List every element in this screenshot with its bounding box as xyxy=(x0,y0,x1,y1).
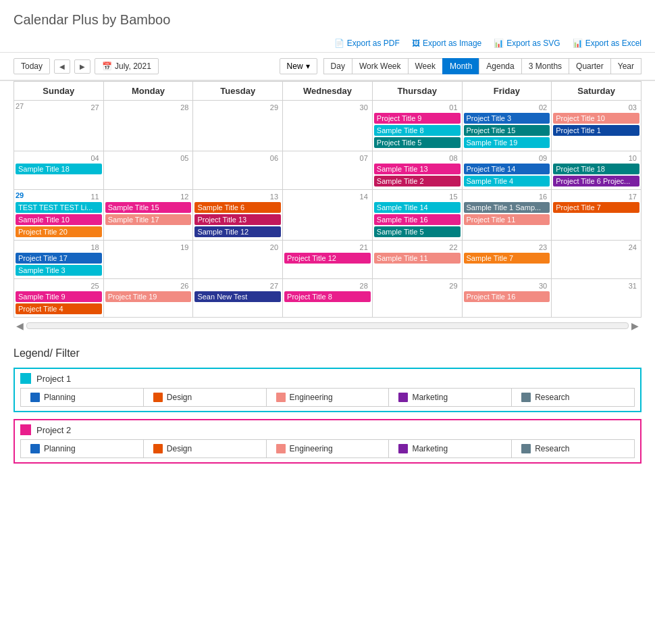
calendar-table: Sunday Monday Tuesday Wednesday Thursday… xyxy=(14,81,641,318)
calendar-event[interactable]: Sample Title 1 Samp... xyxy=(464,202,550,213)
calendar-event[interactable]: Sample Title 16 xyxy=(374,214,461,225)
calendar-event[interactable]: Project Title 3 xyxy=(464,113,550,124)
calendar-event[interactable]: Sample Title 17 xyxy=(105,214,192,225)
calendar-event[interactable]: Sample Title 14 xyxy=(374,202,461,213)
scroll-left-button[interactable]: ◀ xyxy=(14,320,26,331)
export-excel-button[interactable]: 📊 Export as Excel xyxy=(573,39,641,48)
calendar-event[interactable]: Sample Title 18 xyxy=(16,164,102,174)
calendar-event[interactable]: Sample Title 5 xyxy=(374,226,461,237)
legend-category-research[interactable]: Research xyxy=(512,440,634,457)
view-tab-year[interactable]: Year xyxy=(610,58,641,74)
calendar-event[interactable]: Project Title 7 xyxy=(553,202,639,213)
calendar-event[interactable]: Project Title 15 xyxy=(464,125,550,136)
col-header-sunday: Sunday xyxy=(14,82,104,101)
legend-category-design[interactable]: Design xyxy=(144,389,267,406)
calendar-icon: 📅 xyxy=(102,61,112,71)
day-number: 31 xyxy=(626,280,639,291)
day-number: 28 xyxy=(178,102,191,113)
calendar-event[interactable]: Sample Title 6 xyxy=(194,202,281,213)
legend-category-engineering[interactable]: Engineering xyxy=(267,389,390,406)
view-tab-day[interactable]: Day xyxy=(323,58,352,74)
col-header-thursday: Thursday xyxy=(372,82,462,101)
calendar-event[interactable]: Project Title 17 xyxy=(16,253,102,264)
view-tab-agenda[interactable]: Agenda xyxy=(479,58,521,74)
calendar-event[interactable]: Sample Title 19 xyxy=(464,137,550,148)
export-image-button[interactable]: 🖼 Export as Image xyxy=(412,39,481,48)
legend-category-engineering[interactable]: Engineering xyxy=(267,440,390,457)
calendar-event[interactable]: Sean New Test xyxy=(194,291,281,302)
calendar-event[interactable]: Project Title 1 xyxy=(553,125,639,136)
calendar-event[interactable]: Project Title 19 xyxy=(105,291,192,302)
calendar-event[interactable]: Sample Title 15 xyxy=(105,202,192,213)
dropdown-arrow-icon: ▾ xyxy=(306,61,310,71)
calendar-event[interactable]: Project Title 16 xyxy=(464,291,550,302)
calendar-event[interactable]: Sample Title 2 xyxy=(374,176,461,187)
calendar-event[interactable]: Sample Title 9 xyxy=(16,291,102,302)
view-tab-quarter[interactable]: Quarter xyxy=(569,58,611,74)
view-tab-week[interactable]: Week xyxy=(408,58,443,74)
day-number: 18 xyxy=(88,242,101,253)
day-number: 04 xyxy=(88,153,101,164)
legend-project-label: Project 2 xyxy=(36,425,71,435)
prev-button[interactable]: ◀ xyxy=(54,59,70,74)
today-button[interactable]: Today xyxy=(14,58,50,74)
day-number: 11 xyxy=(88,191,101,202)
calendar-day-cell: 08Sample Title 13Sample Title 2 xyxy=(372,151,462,190)
calendar-day-cell: 30 xyxy=(283,101,373,151)
calendar-event[interactable]: Project Title 13 xyxy=(194,214,281,225)
calendar-event[interactable]: Project Title 4 xyxy=(16,303,102,314)
scroll-right-button[interactable]: ▶ xyxy=(629,320,641,331)
calendar-event[interactable]: Sample Title 10 xyxy=(16,214,102,225)
day-number: 14 xyxy=(357,191,371,202)
legend-category-marketing[interactable]: Marketing xyxy=(389,389,512,406)
export-svg-button[interactable]: 📊 Export as SVG xyxy=(494,39,560,48)
new-label: New xyxy=(287,61,303,71)
calendar-event[interactable]: Project Title 11 xyxy=(464,214,550,225)
calendar-event[interactable]: Project Title 14 xyxy=(464,164,550,174)
view-tab-3months[interactable]: 3 Months xyxy=(521,58,569,74)
legend-categories-row: PlanningDesignEngineeringMarketingResear… xyxy=(20,388,635,407)
new-button[interactable]: New ▾ xyxy=(280,58,317,74)
view-tab-workweek[interactable]: Work Week xyxy=(352,58,409,74)
view-tab-month[interactable]: Month xyxy=(442,58,479,74)
calendar-event[interactable]: Project Title 12 xyxy=(284,253,371,264)
calendar-event[interactable]: Project Title 5 xyxy=(374,137,461,148)
calendar-event[interactable]: Project Title 10 xyxy=(553,113,639,124)
calendar-event[interactable]: Sample Title 7 xyxy=(464,253,550,264)
calendar-event[interactable]: Project Title 6 Projec... xyxy=(553,176,639,187)
calendar-day-cell: 29 xyxy=(372,279,462,318)
calendar-event[interactable]: Sample Title 11 xyxy=(374,253,461,264)
category-color-box xyxy=(521,444,531,453)
calendar-event[interactable]: Sample Title 12 xyxy=(194,226,281,237)
calendar-event[interactable]: Project Title 20 xyxy=(16,226,102,237)
calendar-day-cell: 17Project Title 7 xyxy=(552,190,641,241)
category-color-box xyxy=(153,444,163,453)
day-number: 07 xyxy=(357,153,371,164)
legend-category-planning[interactable]: Planning xyxy=(21,440,144,457)
calendar-event[interactable]: Project Title 8 xyxy=(284,291,371,302)
day-number: 24 xyxy=(626,242,639,253)
day-number: 09 xyxy=(536,153,550,164)
calendar-event[interactable]: Project Title 18 xyxy=(553,164,639,174)
legend-category-research[interactable]: Research xyxy=(512,389,634,406)
day-number: 22 xyxy=(446,242,460,253)
category-color-box xyxy=(30,444,40,453)
calendar-day-cell: 05 xyxy=(103,151,193,190)
legend-category-planning[interactable]: Planning xyxy=(21,389,144,406)
day-number: 13 xyxy=(267,191,281,202)
calendar-event[interactable]: TEST TEST TEST Li... xyxy=(16,202,102,213)
calendar-event[interactable]: Sample Title 4 xyxy=(464,176,550,187)
calendar-day-cell: 07 xyxy=(283,151,373,190)
calendar-event[interactable]: Sample Title 8 xyxy=(374,125,461,136)
calendar-event[interactable]: Project Title 9 xyxy=(374,113,461,124)
calendar-event[interactable]: Sample Title 3 xyxy=(16,265,102,276)
excel-icon: 📊 xyxy=(573,39,583,48)
next-button[interactable]: ▶ xyxy=(74,59,90,74)
calendar-event[interactable]: Sample Title 13 xyxy=(374,164,461,174)
legend-title: Legend/ Filter xyxy=(14,347,641,360)
day-number: 21 xyxy=(357,242,371,253)
legend-category-design[interactable]: Design xyxy=(144,440,267,457)
export-pdf-button[interactable]: 📄 Export as PDF xyxy=(334,39,400,48)
calendar-day-cell: 31 xyxy=(552,279,641,318)
legend-category-marketing[interactable]: Marketing xyxy=(389,440,512,457)
